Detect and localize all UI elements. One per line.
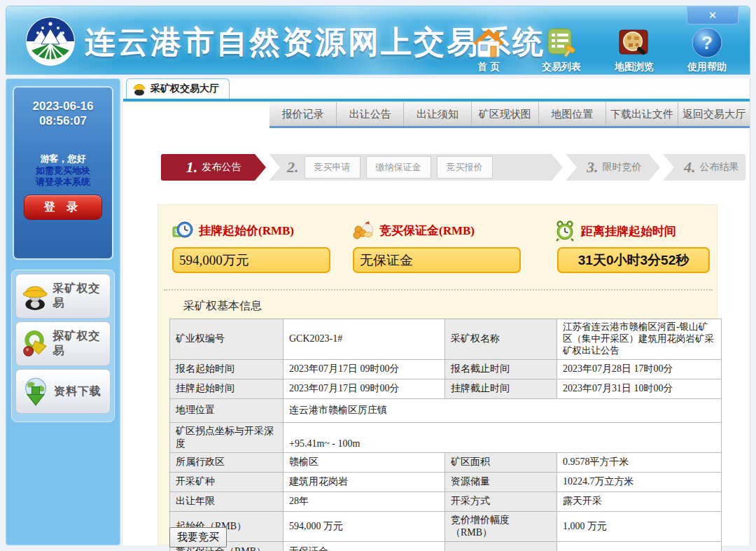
cell-label: 资源储量 — [445, 473, 557, 492]
tab-underline — [123, 99, 750, 102]
cell-value — [557, 542, 722, 551]
close-icon: ✕ — [708, 9, 718, 21]
link-map-location[interactable]: 地图位置 — [539, 102, 606, 126]
table-row: 报名起始时间 2023年07月17日 09时00分 报名截止时间 2023年07… — [170, 359, 722, 379]
cell-label: 开采方式 — [445, 492, 557, 512]
home-icon — [461, 26, 516, 60]
cell-value: 10224.7万立方米 — [557, 473, 722, 492]
step-1-number: 1. — [186, 158, 198, 176]
step-2-number: 2. — [287, 158, 299, 176]
countdown-value: 31天0小时3分52秒 — [557, 247, 710, 273]
clock: 2023-06-16 08:56:07 — [14, 99, 112, 129]
listing-panel: $ 挂牌起始价(RMB) 594,000万元 竞买保 — [158, 204, 718, 545]
sidebar: 2023-06-16 08:56:07 游客，您好 如需竞买地块 请登录本系统 … — [6, 78, 120, 545]
link-transfer-notes[interactable]: 出让须知 — [404, 102, 471, 126]
step-2-bid-apply-button[interactable]: 竞买申请 — [304, 156, 360, 179]
step-2-application: 2. 竞买申请 缴纳保证金 竞买报价 — [269, 154, 563, 181]
link-return-hall[interactable]: 返回交易大厅 — [678, 102, 750, 126]
table-row: 开采矿种 建筑用花岗岩 资源储量 10224.7万立方米 — [170, 473, 722, 492]
nav-transaction-list[interactable]: 交易列表 — [534, 26, 589, 74]
sidebar-item-downloads[interactable]: 资料下载 — [15, 369, 111, 414]
alarm-clock-icon — [554, 221, 575, 242]
tab-bar: 采矿权交易大厅 — [123, 78, 750, 99]
deposit-header: 竞买保证金(RMB) — [353, 221, 475, 240]
bid-button[interactable]: 我要竞买 — [169, 527, 227, 547]
link-quote-record[interactable]: 报价记录 — [270, 102, 337, 126]
login-note-line2: 请登录本系统 — [14, 176, 112, 188]
table-row: 矿业权编号 GCK2023-1# 采矿权名称 江苏省连云港市赣榆区河西-银山矿区… — [170, 319, 722, 360]
nav-home[interactable]: 首 页 — [461, 26, 516, 74]
cell-label: 矿区面积 — [445, 453, 557, 473]
clock-date: 2023-06-16 — [14, 99, 112, 113]
cell-label: 出让年限 — [170, 492, 284, 512]
cell-value: GCK2023-1# — [284, 319, 445, 360]
mining-rights-info-table: 矿业权编号 GCK2023-1# 采矿权名称 江苏省连云港市赣榆区河西-银山矿区… — [169, 319, 722, 551]
help-icon: ? — [680, 26, 734, 60]
link-download-documents[interactable]: 下载出让文件 — [606, 102, 678, 126]
nav-home-label: 首 页 — [461, 61, 516, 74]
link-mine-status-map[interactable]: 矿区现状图 — [472, 102, 539, 126]
cell-label: 采矿权名称 — [445, 319, 557, 360]
cell-label: 报名截止时间 — [445, 359, 557, 379]
cell-value: 露天开采 — [557, 492, 722, 512]
deposit-coins-icon — [353, 221, 374, 240]
step-3-number: 3. — [587, 158, 598, 176]
step-4-results: 4. 公布结果 — [663, 154, 746, 181]
deposit-value: 无保证金 — [353, 247, 521, 273]
cell-label — [445, 542, 557, 551]
cell-label: 矿区拐点坐标与开采深度 — [170, 422, 284, 452]
nav-transaction-list-label: 交易列表 — [534, 61, 589, 74]
table-row: 竞买保证金（RMB） 无保证金 — [170, 542, 722, 551]
cell-value: 赣榆区 — [284, 453, 445, 473]
step-3-label: 限时竞价 — [603, 161, 642, 174]
app-header: 连云港市自然资源网上交易系统 首 页 — [6, 6, 750, 75]
cell-label: 开采矿种 — [170, 473, 284, 492]
tab-mining-hall[interactable]: 采矿权交易大厅 — [126, 78, 230, 99]
nav-map-browse[interactable]: 地图浏览 — [607, 26, 662, 74]
app-logo-icon — [24, 15, 76, 67]
cell-label: 竞价增价幅度（RMB） — [445, 512, 557, 542]
starting-price-header: $ 挂牌起始价(RMB) — [172, 221, 294, 240]
sidebar-item-mining-rights[interactable]: 采矿权交易 — [15, 274, 111, 319]
login-note: 如需竞买地块 请登录本系统 — [14, 165, 112, 188]
table-row: 地理位置 连云港市赣榆区厉庄镇 — [170, 398, 722, 422]
cell-label: 挂牌截止时间 — [445, 379, 557, 398]
nav-map-browse-label: 地图浏览 — [607, 61, 662, 74]
step-1-label: 发布公告 — [202, 161, 241, 174]
header-nav: 首 页 交易列表 — [461, 26, 734, 74]
cell-value: 0.9578平方千米 — [557, 453, 722, 473]
nav-help[interactable]: ? 使用帮助 — [680, 26, 734, 74]
table-row: 所属行政区 赣榆区 矿区面积 0.9578平方千米 — [170, 453, 722, 473]
dotted-separator — [164, 289, 713, 291]
sidebar-item-exploration-rights-label: 探矿权交易 — [52, 329, 110, 358]
process-steps: 1. 发布公告 2. 竞买申请 缴纳保证金 竞买报价 3. 限时竞价 4. 公布… — [161, 154, 746, 181]
starting-price-value: 594,000万元 — [172, 247, 330, 273]
countdown-label: 距离挂牌起始时间 — [581, 223, 676, 239]
sidebar-item-mining-rights-label: 采矿权交易 — [52, 281, 110, 311]
table-row: 矿区拐点坐标与开采深度 +95.41m~ - 100m — [170, 422, 722, 452]
price-clock-icon: $ — [172, 221, 193, 240]
login-button[interactable]: 登 录 — [24, 195, 102, 220]
cell-label: 地理位置 — [170, 398, 284, 422]
close-button[interactable]: ✕ — [687, 6, 738, 25]
svg-text:?: ? — [701, 32, 713, 53]
tab-mining-hall-label: 采矿权交易大厅 — [150, 83, 219, 95]
cell-label: 报名起始时间 — [170, 359, 284, 379]
step-2-pay-deposit-button[interactable]: 缴纳保证金 — [366, 156, 431, 179]
step-1-announcement: 1. 发布公告 — [161, 154, 266, 181]
tab-miner-icon — [132, 82, 146, 96]
cell-value: 2023年07月17日 09时00分 — [284, 379, 445, 398]
guest-greeting: 游客，您好 — [14, 153, 112, 165]
cell-label: 挂牌起始时间 — [170, 379, 284, 398]
link-transfer-announcement[interactable]: 出让公告 — [337, 102, 404, 126]
deposit-label: 竞买保证金(RMB) — [379, 223, 475, 239]
sidebar-item-exploration-rights[interactable]: 探矿权交易 — [15, 321, 111, 366]
step-4-number: 4. — [684, 158, 696, 176]
transaction-list-icon — [534, 26, 589, 60]
explore-icon — [20, 328, 50, 359]
step-2-bid-quote-button[interactable]: 竞买报价 — [437, 156, 493, 179]
map-browse-icon — [607, 26, 662, 60]
app-window: 连云港市自然资源网上交易系统 首 页 — [0, 0, 756, 551]
table-row: 挂牌起始时间 2023年07月17日 09时00分 挂牌截止时间 2023年07… — [170, 379, 722, 398]
starting-price-label: 挂牌起始价(RMB) — [199, 223, 294, 239]
